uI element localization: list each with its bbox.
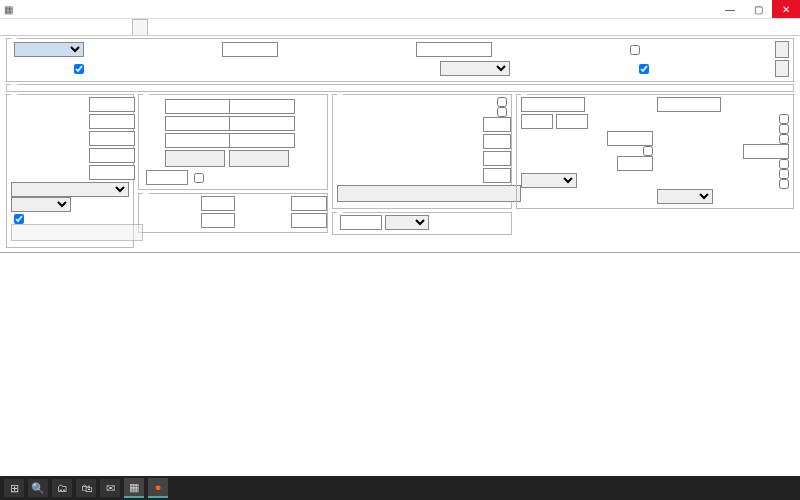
zupdist-input[interactable] xyxy=(607,131,653,146)
ism-checkbox[interactable] xyxy=(779,169,789,179)
tab-service[interactable] xyxy=(100,19,116,35)
mm-checkbox[interactable] xyxy=(639,64,649,74)
tab-tools[interactable] xyxy=(52,19,68,35)
sop-checkbox[interactable] xyxy=(779,114,789,124)
language-select[interactable] xyxy=(440,61,510,76)
spindle-group xyxy=(516,94,794,209)
ss-checkbox[interactable] xyxy=(779,179,789,189)
store-icon[interactable]: 🛍 xyxy=(76,479,96,497)
tk-zup[interactable] xyxy=(201,196,235,211)
tac-yn[interactable] xyxy=(229,116,295,131)
tab-variables[interactable] xyxy=(68,19,84,35)
rud1-input[interactable] xyxy=(521,114,553,129)
motor-setup-group xyxy=(6,84,794,92)
toolchange-group xyxy=(138,94,328,190)
cnc-app-icon[interactable]: ▦ xyxy=(124,478,144,498)
save-changes-button[interactable] xyxy=(775,60,789,77)
rpm-checkbox[interactable] xyxy=(643,146,653,156)
maxstep-input[interactable] xyxy=(222,42,278,57)
set-current-neg-button[interactable] xyxy=(229,150,289,167)
tab-io[interactable] xyxy=(84,19,100,35)
zguard-checkbox[interactable] xyxy=(194,173,204,183)
rud2-input[interactable] xyxy=(556,114,588,129)
tac-zn[interactable] xyxy=(229,133,295,148)
homing-group xyxy=(332,94,512,209)
mail-icon[interactable]: ✉ xyxy=(100,479,120,497)
app-icon: ▦ xyxy=(4,4,13,15)
zop-checkbox[interactable] xyxy=(779,124,789,134)
tk-bd[interactable] xyxy=(291,213,327,228)
tk-zupd[interactable] xyxy=(291,196,327,211)
search-icon[interactable]: 🔍 xyxy=(28,479,48,497)
tanknife-group xyxy=(138,193,328,233)
explorer-icon[interactable]: 🗂 xyxy=(52,479,72,497)
set-current-pos-button[interactable] xyxy=(165,150,225,167)
tac-zp[interactable] xyxy=(165,133,231,148)
af-input[interactable] xyxy=(743,144,789,159)
taskbar: ⊞ 🔍 🗂 🛍 ✉ ▦ ● xyxy=(0,476,800,500)
tac-xp[interactable] xyxy=(165,99,231,114)
tac-yp[interactable] xyxy=(165,116,231,131)
g0feed-input[interactable] xyxy=(89,148,135,163)
tab-coordinates[interactable] xyxy=(20,19,36,35)
close-button[interactable]: ✕ xyxy=(772,0,800,18)
inch-checkbox[interactable] xyxy=(630,45,640,55)
start-icon[interactable]: ⊞ xyxy=(4,479,24,497)
password-input[interactable] xyxy=(416,42,492,57)
es1-input[interactable] xyxy=(483,134,511,149)
kinematics-button[interactable] xyxy=(11,224,143,241)
asa-checkbox[interactable] xyxy=(779,134,789,144)
trivial-kin-checkbox[interactable] xyxy=(14,214,24,224)
g0acc-input[interactable] xyxy=(89,165,135,180)
fifo-input[interactable] xyxy=(89,131,135,146)
mins-input[interactable] xyxy=(521,97,585,112)
titlebar: ▦ — ▢ ✕ xyxy=(0,0,800,19)
safefeed-select[interactable] xyxy=(385,215,429,230)
zdown-input[interactable] xyxy=(146,170,188,185)
msd-checkbox[interactable] xyxy=(779,159,789,169)
soi-select[interactable] xyxy=(657,189,713,204)
tab-program[interactable] xyxy=(36,19,52,35)
tac-xn[interactable] xyxy=(229,99,295,114)
page-button[interactable] xyxy=(775,41,789,58)
safefeed-input[interactable] xyxy=(340,215,382,230)
maximize-button[interactable]: ▢ xyxy=(744,0,772,18)
feedhold-select[interactable] xyxy=(11,197,71,212)
safety-group xyxy=(332,212,512,235)
onlyx-checkbox[interactable] xyxy=(497,97,507,107)
tk-ba[interactable] xyxy=(201,213,235,228)
laf-input[interactable] xyxy=(89,97,135,112)
log-panel xyxy=(0,252,800,311)
tab-operate[interactable] xyxy=(4,19,20,35)
ethernet-checkbox[interactable] xyxy=(74,64,84,74)
interp-input[interactable] xyxy=(89,114,135,129)
trajectory-group xyxy=(6,94,134,248)
menubar xyxy=(0,19,800,36)
ui-connection-group xyxy=(6,38,794,82)
minimize-button[interactable]: — xyxy=(716,0,744,18)
cpr-input[interactable] xyxy=(617,156,653,171)
tab-help[interactable] xyxy=(148,19,164,35)
tab-setup[interactable] xyxy=(132,19,148,35)
hse-checkbox[interactable] xyxy=(497,107,507,117)
hisl-input[interactable] xyxy=(483,117,511,132)
es2-input[interactable] xyxy=(483,151,511,166)
firefox-icon[interactable]: ● xyxy=(148,478,168,498)
cpu-select[interactable] xyxy=(14,42,84,57)
ext-input[interactable] xyxy=(483,168,511,183)
tab-util[interactable] xyxy=(116,19,132,35)
auto-polarity-button[interactable] xyxy=(337,185,521,202)
maxs-input[interactable] xyxy=(657,97,721,112)
shi-select[interactable] xyxy=(521,173,577,188)
feedoverride-select[interactable] xyxy=(11,182,129,197)
